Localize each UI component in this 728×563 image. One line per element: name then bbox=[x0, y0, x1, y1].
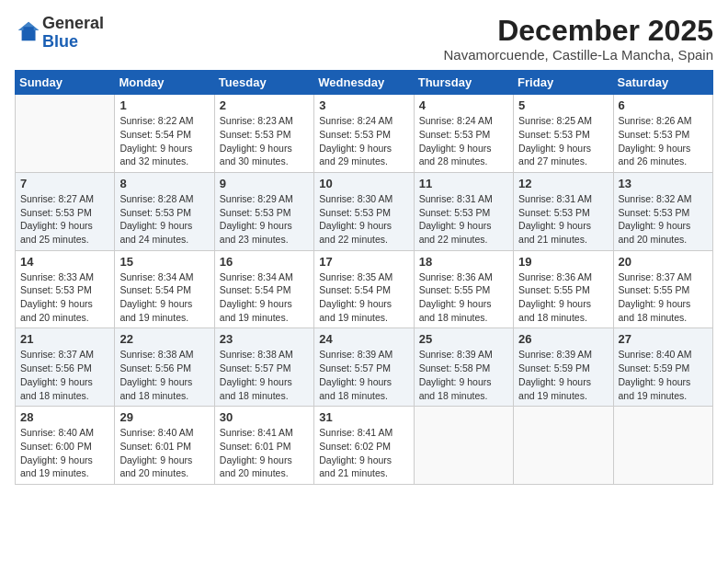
page-header: General Blue December 2025 Navamorcuende… bbox=[15, 15, 713, 63]
calendar-cell: 10Sunrise: 8:30 AMSunset: 5:53 PMDayligh… bbox=[314, 172, 414, 250]
day-number: 7 bbox=[20, 177, 109, 190]
day-number: 9 bbox=[220, 177, 309, 190]
day-info: Sunrise: 8:41 AMSunset: 6:02 PMDaylight:… bbox=[319, 426, 408, 480]
day-info: Sunrise: 8:40 AMSunset: 6:01 PMDaylight:… bbox=[119, 426, 209, 480]
day-number: 1 bbox=[119, 98, 209, 112]
day-number: 31 bbox=[319, 410, 408, 424]
day-number: 25 bbox=[419, 332, 508, 346]
day-info: Sunrise: 8:28 AMSunset: 5:53 PMDaylight:… bbox=[119, 192, 209, 247]
calendar-week-row: 21Sunrise: 8:37 AMSunset: 5:56 PMDayligh… bbox=[16, 328, 713, 407]
calendar-week-row: 7Sunrise: 8:27 AMSunset: 5:53 PMDaylight… bbox=[16, 172, 713, 250]
calendar-cell: 12Sunrise: 8:31 AMSunset: 5:53 PMDayligh… bbox=[514, 172, 613, 250]
day-number: 22 bbox=[119, 332, 209, 346]
calendar-week-row: 28Sunrise: 8:40 AMSunset: 6:00 PMDayligh… bbox=[16, 407, 713, 485]
day-info: Sunrise: 8:29 AMSunset: 5:53 PMDaylight:… bbox=[220, 192, 309, 247]
day-info: Sunrise: 8:34 AMSunset: 5:54 PMDaylight:… bbox=[119, 270, 209, 325]
day-info: Sunrise: 8:31 AMSunset: 5:53 PMDaylight:… bbox=[419, 192, 508, 247]
location: Navamorcuende, Castille-La Mancha, Spain bbox=[444, 47, 714, 63]
calendar-cell: 20Sunrise: 8:37 AMSunset: 5:55 PMDayligh… bbox=[613, 250, 712, 328]
calendar-cell: 6Sunrise: 8:26 AMSunset: 5:53 PMDaylight… bbox=[613, 95, 712, 173]
calendar-cell: 27Sunrise: 8:40 AMSunset: 5:59 PMDayligh… bbox=[613, 328, 712, 407]
calendar-cell: 3Sunrise: 8:24 AMSunset: 5:53 PMDaylight… bbox=[314, 95, 414, 173]
calendar-cell bbox=[16, 95, 115, 173]
day-number: 30 bbox=[220, 410, 309, 424]
logo-blue-text: Blue bbox=[42, 32, 78, 51]
day-number: 27 bbox=[619, 332, 708, 346]
calendar-cell: 17Sunrise: 8:35 AMSunset: 5:54 PMDayligh… bbox=[314, 250, 414, 328]
day-header-wednesday: Wednesday bbox=[314, 71, 414, 95]
day-header-friday: Friday bbox=[514, 71, 613, 95]
day-info: Sunrise: 8:24 AMSunset: 5:53 PMDaylight:… bbox=[319, 114, 408, 168]
calendar-cell: 15Sunrise: 8:34 AMSunset: 5:54 PMDayligh… bbox=[115, 250, 214, 328]
day-number: 23 bbox=[220, 332, 309, 346]
calendar-header-row: SundayMondayTuesdayWednesdayThursdayFrid… bbox=[16, 71, 713, 95]
day-info: Sunrise: 8:35 AMSunset: 5:54 PMDaylight:… bbox=[319, 270, 408, 325]
calendar-cell: 14Sunrise: 8:33 AMSunset: 5:53 PMDayligh… bbox=[16, 250, 115, 328]
calendar-cell bbox=[414, 407, 513, 485]
day-info: Sunrise: 8:40 AMSunset: 5:59 PMDaylight:… bbox=[619, 348, 708, 402]
day-number: 18 bbox=[419, 255, 508, 269]
calendar-cell: 7Sunrise: 8:27 AMSunset: 5:53 PMDaylight… bbox=[16, 172, 115, 250]
calendar-cell: 2Sunrise: 8:23 AMSunset: 5:53 PMDaylight… bbox=[214, 95, 313, 173]
calendar-cell: 23Sunrise: 8:38 AMSunset: 5:57 PMDayligh… bbox=[214, 328, 313, 407]
calendar-week-row: 14Sunrise: 8:33 AMSunset: 5:53 PMDayligh… bbox=[16, 250, 713, 328]
day-number: 5 bbox=[518, 98, 608, 112]
day-info: Sunrise: 8:27 AMSunset: 5:53 PMDaylight:… bbox=[20, 192, 109, 247]
day-info: Sunrise: 8:40 AMSunset: 6:00 PMDaylight:… bbox=[20, 426, 109, 480]
day-info: Sunrise: 8:36 AMSunset: 5:55 PMDaylight:… bbox=[518, 270, 608, 325]
day-number: 14 bbox=[20, 255, 109, 269]
day-info: Sunrise: 8:37 AMSunset: 5:56 PMDaylight:… bbox=[20, 348, 109, 402]
day-number: 26 bbox=[518, 332, 608, 346]
day-info: Sunrise: 8:39 AMSunset: 5:58 PMDaylight:… bbox=[419, 348, 508, 402]
day-number: 17 bbox=[319, 255, 408, 269]
day-info: Sunrise: 8:31 AMSunset: 5:53 PMDaylight:… bbox=[518, 192, 608, 247]
logo-general-text: General bbox=[42, 14, 104, 32]
calendar-cell: 11Sunrise: 8:31 AMSunset: 5:53 PMDayligh… bbox=[414, 172, 513, 250]
day-info: Sunrise: 8:34 AMSunset: 5:54 PMDaylight:… bbox=[220, 270, 309, 325]
calendar-cell: 1Sunrise: 8:22 AMSunset: 5:54 PMDaylight… bbox=[115, 95, 214, 173]
calendar-cell: 25Sunrise: 8:39 AMSunset: 5:58 PMDayligh… bbox=[414, 328, 513, 407]
day-info: Sunrise: 8:22 AMSunset: 5:54 PMDaylight:… bbox=[119, 114, 209, 168]
calendar-cell: 5Sunrise: 8:25 AMSunset: 5:53 PMDaylight… bbox=[514, 95, 613, 173]
day-header-thursday: Thursday bbox=[414, 71, 513, 95]
calendar-cell: 29Sunrise: 8:40 AMSunset: 6:01 PMDayligh… bbox=[115, 407, 214, 485]
day-number: 24 bbox=[319, 332, 408, 346]
calendar-cell bbox=[514, 407, 613, 485]
day-number: 11 bbox=[419, 177, 508, 190]
day-number: 16 bbox=[220, 255, 309, 269]
calendar-cell: 26Sunrise: 8:39 AMSunset: 5:59 PMDayligh… bbox=[514, 328, 613, 407]
day-info: Sunrise: 8:32 AMSunset: 5:53 PMDaylight:… bbox=[619, 192, 708, 247]
day-header-sunday: Sunday bbox=[16, 71, 115, 95]
logo: General Blue bbox=[15, 15, 104, 52]
calendar-cell: 28Sunrise: 8:40 AMSunset: 6:00 PMDayligh… bbox=[16, 407, 115, 485]
day-header-saturday: Saturday bbox=[613, 71, 712, 95]
calendar-cell: 21Sunrise: 8:37 AMSunset: 5:56 PMDayligh… bbox=[16, 328, 115, 407]
day-info: Sunrise: 8:26 AMSunset: 5:53 PMDaylight:… bbox=[619, 114, 708, 168]
day-number: 28 bbox=[20, 410, 109, 424]
calendar-cell bbox=[613, 407, 712, 485]
day-info: Sunrise: 8:33 AMSunset: 5:53 PMDaylight:… bbox=[20, 270, 109, 325]
day-number: 13 bbox=[619, 177, 708, 190]
calendar-cell: 22Sunrise: 8:38 AMSunset: 5:56 PMDayligh… bbox=[115, 328, 214, 407]
calendar-cell: 13Sunrise: 8:32 AMSunset: 5:53 PMDayligh… bbox=[613, 172, 712, 250]
day-info: Sunrise: 8:30 AMSunset: 5:53 PMDaylight:… bbox=[319, 192, 408, 247]
calendar-cell: 16Sunrise: 8:34 AMSunset: 5:54 PMDayligh… bbox=[214, 250, 313, 328]
day-number: 20 bbox=[619, 255, 708, 269]
logo-icon bbox=[17, 18, 42, 44]
month-title: December 2025 bbox=[444, 15, 714, 47]
day-number: 21 bbox=[20, 332, 109, 346]
day-info: Sunrise: 8:37 AMSunset: 5:55 PMDaylight:… bbox=[619, 270, 708, 325]
day-number: 6 bbox=[619, 98, 708, 112]
calendar-cell: 31Sunrise: 8:41 AMSunset: 6:02 PMDayligh… bbox=[314, 407, 414, 485]
calendar-cell: 4Sunrise: 8:24 AMSunset: 5:53 PMDaylight… bbox=[414, 95, 513, 173]
day-number: 29 bbox=[119, 410, 209, 424]
day-info: Sunrise: 8:25 AMSunset: 5:53 PMDaylight:… bbox=[518, 114, 608, 168]
day-info: Sunrise: 8:41 AMSunset: 6:01 PMDaylight:… bbox=[220, 426, 309, 480]
calendar-week-row: 1Sunrise: 8:22 AMSunset: 5:54 PMDaylight… bbox=[16, 95, 713, 173]
calendar-table: SundayMondayTuesdayWednesdayThursdayFrid… bbox=[15, 70, 713, 485]
day-number: 4 bbox=[419, 98, 508, 112]
calendar-cell: 30Sunrise: 8:41 AMSunset: 6:01 PMDayligh… bbox=[214, 407, 313, 485]
day-info: Sunrise: 8:39 AMSunset: 5:57 PMDaylight:… bbox=[319, 348, 408, 402]
day-header-monday: Monday bbox=[115, 71, 214, 95]
calendar-cell: 9Sunrise: 8:29 AMSunset: 5:53 PMDaylight… bbox=[214, 172, 313, 250]
